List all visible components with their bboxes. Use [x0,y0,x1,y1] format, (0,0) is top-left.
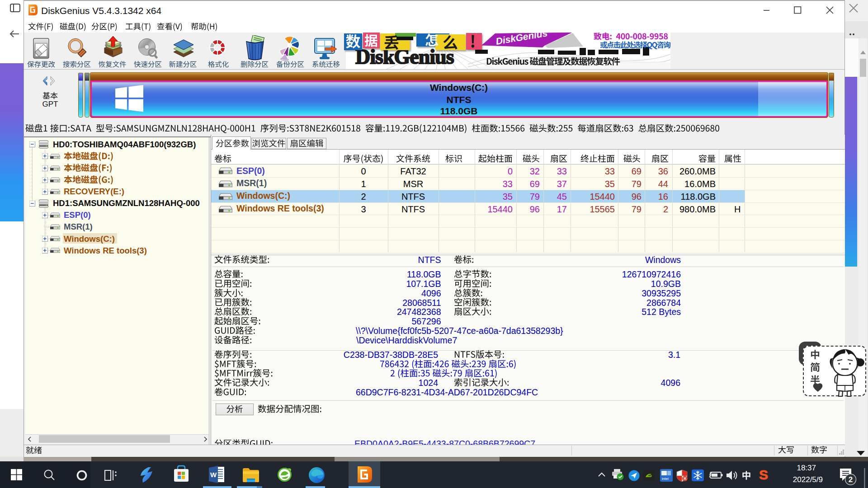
svg-text:2: 2 [849,475,853,484]
svg-text:intel: intel [662,477,669,481]
svg-text:W: W [210,471,217,479]
